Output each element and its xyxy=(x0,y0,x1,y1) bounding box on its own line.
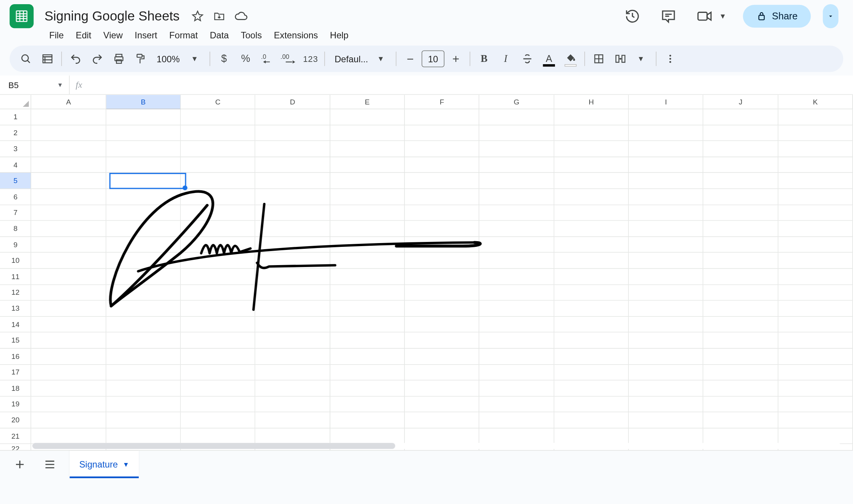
cell[interactable] xyxy=(778,285,853,301)
cell[interactable] xyxy=(480,141,554,157)
cell[interactable] xyxy=(704,301,778,317)
cell[interactable] xyxy=(629,141,703,157)
cell[interactable] xyxy=(704,381,778,397)
cell[interactable] xyxy=(480,125,554,141)
cell[interactable] xyxy=(330,381,405,397)
cell[interactable] xyxy=(330,221,405,237)
format-123-button[interactable]: 123 xyxy=(300,49,321,69)
cell[interactable] xyxy=(554,141,629,157)
cell[interactable] xyxy=(106,333,181,349)
cell[interactable] xyxy=(181,412,255,428)
row-header[interactable]: 8 xyxy=(0,221,32,237)
cell[interactable] xyxy=(778,221,853,237)
cell[interactable] xyxy=(405,333,479,349)
cell[interactable] xyxy=(181,237,255,253)
cell[interactable] xyxy=(181,397,255,412)
cell[interactable] xyxy=(554,333,629,349)
cell[interactable] xyxy=(106,349,181,365)
redo-icon[interactable] xyxy=(87,49,108,69)
col-header-A[interactable]: A xyxy=(32,95,106,109)
cell[interactable] xyxy=(778,189,853,205)
cell[interactable] xyxy=(255,285,330,301)
cell[interactable] xyxy=(106,189,181,205)
cell[interactable] xyxy=(181,221,255,237)
move-icon[interactable] xyxy=(212,9,227,24)
cell[interactable] xyxy=(778,412,853,428)
cell[interactable] xyxy=(106,157,181,173)
cell[interactable] xyxy=(405,397,479,412)
cell[interactable] xyxy=(32,269,106,285)
cell[interactable] xyxy=(330,141,405,157)
cell[interactable] xyxy=(554,173,629,189)
cell[interactable] xyxy=(554,205,629,221)
name-box-dropdown-icon[interactable]: ▼ xyxy=(57,82,63,88)
row-header[interactable]: 22 xyxy=(0,444,32,450)
cell[interactable] xyxy=(255,317,330,333)
cell[interactable] xyxy=(704,205,778,221)
zoom-dropdown-icon[interactable]: ▼ xyxy=(186,49,206,69)
cell[interactable] xyxy=(106,125,181,141)
cell[interactable] xyxy=(480,157,554,173)
merge-dropdown-icon[interactable]: ▼ xyxy=(632,49,652,69)
cell[interactable] xyxy=(330,333,405,349)
cell[interactable] xyxy=(405,381,479,397)
col-header-F[interactable]: F xyxy=(405,95,479,109)
cell[interactable] xyxy=(405,157,479,173)
cell[interactable] xyxy=(554,365,629,381)
cell[interactable] xyxy=(255,269,330,285)
cell[interactable] xyxy=(704,349,778,365)
cell[interactable] xyxy=(778,205,853,221)
cell[interactable] xyxy=(255,333,330,349)
cell[interactable] xyxy=(32,381,106,397)
horizontal-scrollbar-thumb[interactable] xyxy=(32,443,395,449)
cell[interactable] xyxy=(629,109,703,125)
cell[interactable] xyxy=(405,285,479,301)
row-header[interactable]: 1 xyxy=(0,109,32,125)
row-header[interactable]: 14 xyxy=(0,317,32,333)
cell[interactable] xyxy=(181,253,255,269)
cell[interactable] xyxy=(704,397,778,412)
cell[interactable] xyxy=(181,157,255,173)
cell[interactable] xyxy=(330,397,405,412)
cell[interactable] xyxy=(255,173,330,189)
history-icon[interactable] xyxy=(621,4,645,28)
cell[interactable] xyxy=(480,365,554,381)
menu-help[interactable]: Help xyxy=(324,27,354,43)
col-header-D[interactable]: D xyxy=(255,95,330,109)
cell[interactable] xyxy=(330,125,405,141)
fill-color-icon[interactable] xyxy=(560,49,581,69)
cell[interactable] xyxy=(554,285,629,301)
cell[interactable] xyxy=(32,349,106,365)
cell[interactable] xyxy=(106,317,181,333)
cell[interactable] xyxy=(255,301,330,317)
cell[interactable] xyxy=(554,253,629,269)
cell[interactable] xyxy=(181,125,255,141)
cell[interactable] xyxy=(778,301,853,317)
cell[interactable] xyxy=(778,173,853,189)
cell[interactable] xyxy=(32,397,106,412)
meet-icon[interactable] xyxy=(693,4,717,28)
cell[interactable] xyxy=(480,317,554,333)
cell[interactable] xyxy=(181,381,255,397)
sheet-tab-dropdown-icon[interactable]: ▼ xyxy=(123,461,129,468)
cell[interactable] xyxy=(255,221,330,237)
cell[interactable] xyxy=(778,349,853,365)
font-select[interactable]: Defaul... xyxy=(328,49,371,69)
cell[interactable] xyxy=(704,173,778,189)
cell[interactable] xyxy=(480,397,554,412)
bold-icon[interactable]: B xyxy=(474,49,495,69)
cell[interactable] xyxy=(330,317,405,333)
cell[interactable] xyxy=(106,221,181,237)
cell[interactable] xyxy=(181,189,255,205)
row-header[interactable]: 9 xyxy=(0,237,32,253)
cell[interactable] xyxy=(629,269,703,285)
cell[interactable] xyxy=(629,412,703,428)
row-header[interactable]: 6 xyxy=(0,189,32,205)
fontsize-input[interactable]: 10 xyxy=(422,51,444,67)
cell[interactable] xyxy=(554,221,629,237)
menu-edit[interactable]: Edit xyxy=(70,27,97,43)
row-header[interactable]: 7 xyxy=(0,205,32,221)
col-header-G[interactable]: G xyxy=(480,95,554,109)
cell[interactable] xyxy=(405,173,479,189)
cell[interactable] xyxy=(32,173,106,189)
